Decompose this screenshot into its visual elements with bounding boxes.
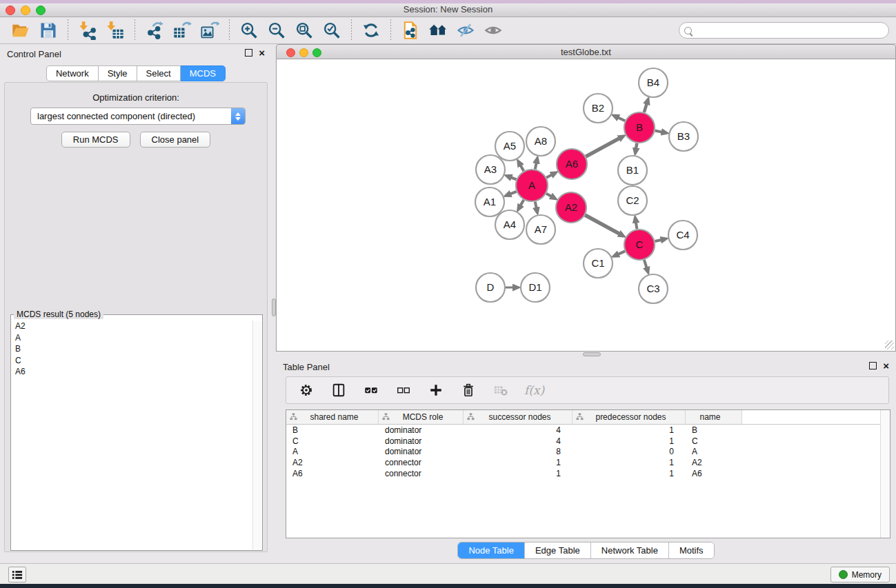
graph-node-B3[interactable]: B3 [669,122,698,151]
memory-button[interactable]: Memory [830,567,890,582]
mcds-scrollbar[interactable] [252,321,261,549]
graph-edge-A-A6[interactable] [546,175,552,178]
show-columns-icon[interactable] [330,381,348,399]
graph-node-C[interactable]: C [624,230,655,260]
export-network-icon[interactable] [142,19,167,42]
table-row[interactable]: A6connector11A6 [286,468,890,479]
graph-node-C1[interactable]: C1 [584,249,613,278]
horizontal-splitter[interactable] [276,352,896,357]
graph-node-A1[interactable]: A1 [475,187,504,216]
zoom-in-icon[interactable] [237,19,261,42]
tab-network-table[interactable]: Network Table [590,543,668,558]
graph-node-D1[interactable]: D1 [521,273,550,302]
graph-edge-A-A8[interactable] [535,163,537,169]
graph-node-A7[interactable]: A7 [526,215,555,244]
graph-node-B1[interactable]: B1 [618,156,647,185]
tab-style[interactable]: Style [99,65,137,81]
graph-node-B2[interactable]: B2 [584,94,613,123]
zoom-out-icon[interactable] [264,19,289,42]
graph-edge-B-B3[interactable] [655,131,662,132]
close-panel-button[interactable]: Close panel [140,132,211,148]
graph-edge-C-C3[interactable] [644,260,647,268]
hide-graphics-details-icon[interactable] [453,19,478,42]
graph-edge-C-C4[interactable] [655,240,661,241]
graph-edge-A2-C[interactable] [585,215,619,234]
graph-node-C2[interactable]: C2 [618,186,647,215]
graph-node-A[interactable]: A [516,170,548,201]
table-row[interactable]: Cdominator41C [286,436,890,447]
tab-select[interactable]: Select [137,65,181,81]
mcds-result-item[interactable]: A [11,332,252,344]
export-table-icon[interactable] [170,19,195,42]
graph-node-A3[interactable]: A3 [476,155,505,184]
mcds-result-item[interactable]: C [11,355,252,367]
graph-node-B[interactable]: B [624,112,655,143]
graph-node-B4[interactable]: B4 [639,68,668,97]
table-settings-gear-icon[interactable] [297,381,315,399]
graph-edge-A6-B[interactable] [586,139,619,156]
table-row[interactable]: Bdominator41B [286,425,890,436]
tab-motifs[interactable]: Motifs [668,543,714,558]
new-network-icon[interactable] [398,19,423,42]
close-panel-icon[interactable]: × [883,362,889,369]
column-header-successor-nodes[interactable]: successor nodes [464,410,573,424]
float-panel-icon[interactable] [245,49,252,57]
graph-edge-C-C2[interactable] [636,223,637,230]
criterion-dropdown[interactable]: largest connected component (directed) [30,108,246,125]
column-header-shared-name[interactable]: shared name [286,410,379,424]
function-builder-icon[interactable]: f(x) [524,383,544,397]
graph-edge-A-A1[interactable] [510,192,517,194]
graph-edge-A-A3[interactable] [511,177,517,179]
column-header-predecessor-nodes[interactable]: predecessor nodes [573,410,686,424]
network-canvas[interactable]: AA1A2A3A4A5A6A7A8BB1B2B3B4CC1C2C3C4DD1 [276,59,896,352]
home-layout-icon[interactable] [426,19,450,42]
close-panel-icon[interactable]: × [259,49,265,57]
graph-edge-A-A7[interactable] [535,202,537,208]
add-column-icon[interactable] [427,381,445,399]
float-panel-icon[interactable] [869,362,877,369]
graph-edge-A-A4[interactable] [521,200,524,205]
graph-edge-B-B1[interactable] [636,143,637,149]
export-image-icon[interactable] [197,19,222,42]
zoom-fit-icon[interactable] [292,19,317,42]
tab-edge-table[interactable]: Edge Table [524,543,590,558]
mcds-result-item[interactable]: A6 [11,366,252,378]
import-table-icon[interactable] [103,19,128,42]
import-network-icon[interactable] [75,19,100,42]
table-row[interactable]: A2connector11A2 [286,457,890,468]
graph-node-A8[interactable]: A8 [526,127,555,156]
column-header-MCDS-role[interactable]: MCDS role [379,410,464,424]
tab-mcds[interactable]: MCDS [181,65,226,81]
save-session-icon[interactable] [36,19,61,42]
refresh-network-icon[interactable] [359,19,384,42]
graph-node-C4[interactable]: C4 [668,221,697,250]
deselect-all-icon[interactable] [395,381,412,399]
table-scrollbar[interactable] [880,410,890,538]
graph-node-A6[interactable]: A6 [557,149,587,179]
run-mcds-button[interactable]: Run MCDS [61,132,130,148]
table-row[interactable]: Adominator80A [286,446,890,457]
graph-node-A2[interactable]: A2 [556,192,586,223]
mcds-result-item[interactable]: B [11,343,252,355]
graph-edge-A-A2[interactable] [546,194,551,196]
mcds-result-item[interactable]: A2 [11,321,252,332]
delete-column-trash-icon[interactable] [459,381,477,399]
graph-edge-C-C1[interactable] [618,251,625,254]
tab-node-table[interactable]: Node Table [458,543,524,558]
graph-node-D[interactable]: D [476,273,505,302]
graph-node-A5[interactable]: A5 [495,132,524,161]
graph-node-C3[interactable]: C3 [639,274,668,303]
delete-table-icon[interactable] [492,381,510,399]
search-input[interactable] [692,24,888,37]
graph-node-A4[interactable]: A4 [495,210,524,239]
graph-edge-B-B2[interactable] [618,118,625,121]
splitter-grip[interactable] [583,352,601,356]
graph-edge-A-A5[interactable] [521,165,524,171]
select-all-icon[interactable] [362,381,380,399]
task-history-list-icon[interactable] [8,567,26,582]
zoom-selected-icon[interactable] [319,19,344,42]
graph-edge-B-B4[interactable] [644,104,647,112]
resize-grip-icon[interactable] [885,341,894,349]
tab-network[interactable]: Network [46,65,99,81]
column-header-name[interactable]: name [686,410,742,424]
